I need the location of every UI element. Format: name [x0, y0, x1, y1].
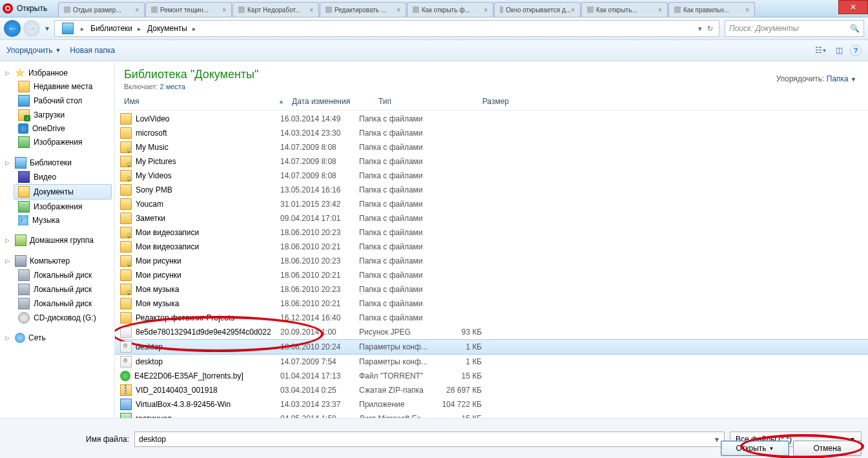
- col-size[interactable]: Размер: [460, 96, 513, 107]
- video-icon: [18, 171, 30, 183]
- sidebar-item-drive[interactable]: Локальный диск: [5, 268, 112, 282]
- nav-forward-button[interactable]: →: [23, 20, 40, 37]
- file-icon: [120, 413, 132, 418]
- browser-tab[interactable]: Ремонт тещин...×: [145, 2, 232, 17]
- breadcrumb-dropdown-icon[interactable]: ▾: [696, 25, 704, 33]
- organize-button[interactable]: Упорядочить▼: [6, 46, 61, 55]
- file-row[interactable]: Мои видеозаписи18.06.2010 20:23Папка с ф…: [115, 225, 868, 240]
- open-button[interactable]: Открыть ▼: [721, 441, 789, 456]
- sidebar-item-recent[interactable]: Недавние места: [5, 79, 112, 94]
- file-row[interactable]: My Pictures14.07.2009 8:08Папка с файлам…: [115, 154, 868, 169]
- file-row[interactable]: Sony PMB13.05.2014 16:16Папка с файлами: [115, 183, 868, 197]
- file-name: Мои видеозаписи: [136, 228, 199, 237]
- browser-tab[interactable]: Как открыть ф...×: [407, 2, 493, 17]
- file-row[interactable]: 8e5de780132941d9de9e4295f4c0d02220.09.20…: [115, 325, 868, 339]
- file-name: Редактор фотокниг Projects: [136, 313, 234, 322]
- search-input[interactable]: Поиск: Документы 🔍: [725, 20, 864, 37]
- file-row[interactable]: desktop18.06.2010 20:24Параметры конф...…: [115, 339, 868, 355]
- sidebar-item-desktop[interactable]: Рабочий стол: [5, 94, 112, 108]
- sidebar-network[interactable]: ▷Сеть: [5, 331, 112, 344]
- cancel-button[interactable]: Отмена: [793, 441, 862, 456]
- browser-tab[interactable]: Как правильн...×: [668, 2, 755, 17]
- browser-tab[interactable]: Как открыть...×: [581, 2, 668, 17]
- file-row[interactable]: Youcam31.01.2015 23:42Папка с файлами: [115, 197, 868, 211]
- arrange-by[interactable]: Упорядочить: Папка ▼: [776, 74, 856, 83]
- help-icon[interactable]: ?: [850, 45, 862, 56]
- file-icon: [120, 356, 132, 368]
- sidebar-homegroup[interactable]: ▷Домашняя группа: [5, 233, 112, 247]
- browser-tab[interactable]: Окно открывается д...×: [494, 2, 581, 17]
- file-row[interactable]: E4E22D06-E35AF_[torrents.by]01.04.2014 1…: [115, 369, 868, 383]
- sidebar-item-cd[interactable]: CD-дисковод (G:): [5, 311, 112, 325]
- file-type: Параметры конф...: [359, 342, 437, 351]
- sidebar-item-documents[interactable]: Документы: [14, 184, 112, 200]
- sidebar: ▷Избранное Недавние места Рабочий стол З…: [0, 61, 115, 418]
- file-type: Папка с файлами: [359, 285, 437, 294]
- preview-pane-button[interactable]: ◫: [832, 43, 846, 57]
- file-type: Сжатая ZIP-папка: [359, 386, 437, 395]
- breadcrumb[interactable]: ▸ Библиотеки▸ Документы▸ ▾↻: [54, 20, 719, 37]
- file-name: My Music: [136, 143, 169, 152]
- view-options-button[interactable]: ☷ ▼: [814, 43, 828, 57]
- chevron-down-icon[interactable]: ▼: [714, 436, 720, 443]
- col-type[interactable]: Тип: [375, 96, 460, 107]
- new-folder-button[interactable]: Новая папка: [70, 46, 115, 55]
- file-date: 20.09.2014 1:00: [280, 328, 359, 337]
- refresh-icon[interactable]: ↻: [705, 25, 715, 33]
- browser-tab[interactable]: Карт Недоработ...×: [232, 2, 319, 17]
- file-row[interactable]: microsoft14.03.2014 23:30Папка с файлами: [115, 126, 868, 140]
- sidebar-item-pictures[interactable]: Изображения: [5, 135, 112, 149]
- window-close-button[interactable]: ✕: [838, 0, 868, 14]
- filename-input[interactable]: desktop▼: [134, 432, 725, 447]
- sidebar-item-drive[interactable]: Локальный диск: [5, 297, 112, 311]
- browser-tabs: Отдых размер...×Ремонт тещин...×Карт Нед…: [58, 0, 755, 17]
- breadcrumb-seg[interactable]: Документы: [143, 21, 191, 36]
- sidebar-item-videos[interactable]: Видео: [5, 170, 112, 184]
- file-name: LoviVideo: [136, 114, 170, 123]
- sidebar-item-images[interactable]: Изображения: [5, 200, 112, 214]
- file-row[interactable]: Мои рисунки18.06.2010 20:21Папка с файла…: [115, 268, 868, 282]
- sidebar-computer[interactable]: ▷Компьютер: [5, 254, 112, 268]
- file-type: Папка с файлами: [359, 228, 437, 237]
- file-icon: [120, 184, 132, 196]
- file-row[interactable]: Моя музыка18.06.2010 20:23Папка с файлам…: [115, 282, 868, 297]
- file-row[interactable]: My Music14.07.2009 8:08Папка с файлами: [115, 140, 868, 154]
- file-row[interactable]: Моя музыка18.06.2010 20:21Папка с файлам…: [115, 297, 868, 311]
- file-size: 104 722 КБ: [437, 400, 482, 409]
- browser-tab[interactable]: Отдых размер...×: [58, 2, 145, 17]
- browser-tab[interactable]: Редактировать ...×: [320, 2, 406, 17]
- file-row[interactable]: VID_20140403_00191803.04.2014 0:25Сжатая…: [115, 383, 868, 397]
- file-row[interactable]: Заметки09.04.2014 17:01Папка с файлами: [115, 211, 868, 225]
- col-date[interactable]: Дата изменения: [288, 96, 375, 107]
- file-row[interactable]: Редактор фотокниг Projects16.12.2014 16:…: [115, 311, 868, 325]
- file-row[interactable]: My Videos14.07.2009 8:08Папка с файлами: [115, 169, 868, 183]
- nav-back-button[interactable]: ←: [4, 20, 21, 37]
- file-row[interactable]: desktop14.07.2009 7:54Параметры конф...1…: [115, 355, 868, 369]
- file-row[interactable]: LoviVideo16.03.2014 14:49Папка с файлами: [115, 112, 868, 126]
- breadcrumb-seg[interactable]: Библиотеки: [86, 21, 136, 36]
- nav-history-dropdown[interactable]: ▾: [43, 24, 52, 33]
- file-icon: [120, 227, 132, 238]
- sidebar-item-music[interactable]: Музыка: [5, 214, 112, 227]
- file-size: 28 697 КБ: [437, 386, 482, 395]
- col-name[interactable]: Имя▲: [120, 96, 288, 107]
- file-row[interactable]: Мои видеозаписи18.06.2010 20:21Папка с ф…: [115, 240, 868, 254]
- sidebar-libraries[interactable]: ▷Библиотеки: [5, 156, 112, 170]
- file-icon: [120, 399, 132, 410]
- includes-link[interactable]: 2 места: [160, 83, 185, 90]
- file-name: Мои рисунки: [136, 271, 181, 280]
- file-name: Мои рисунки: [136, 256, 181, 265]
- drive-icon: [18, 269, 30, 281]
- sidebar-item-onedrive[interactable]: OneDrive: [5, 122, 112, 135]
- file-size: 1 КБ: [437, 357, 482, 366]
- file-name: VID_20140403_001918: [136, 386, 218, 395]
- sidebar-item-drive[interactable]: Локальный диск: [5, 282, 112, 297]
- file-row[interactable]: гостинная04.05.2014 1:58Лист Microsoft E…: [115, 411, 868, 418]
- sidebar-item-downloads[interactable]: Загрузки: [5, 108, 112, 122]
- file-date: 14.03.2014 23:30: [280, 129, 359, 138]
- file-row[interactable]: Мои рисунки18.06.2010 20:23Папка с файла…: [115, 254, 868, 268]
- file-name: VirtualBox-4.3.8-92456-Win: [136, 400, 231, 409]
- sidebar-favorites[interactable]: ▷Избранное: [5, 67, 112, 79]
- file-row[interactable]: VirtualBox-4.3.8-92456-Win14.03.2014 23:…: [115, 397, 868, 411]
- file-name: E4E22D06-E35AF_[torrents.by]: [134, 371, 243, 380]
